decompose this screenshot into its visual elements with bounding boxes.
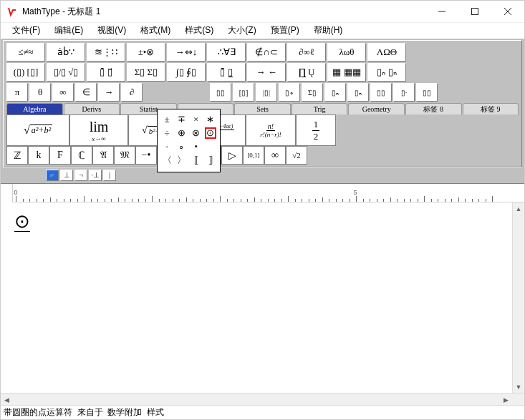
scroll-down-icon[interactable]: ▼ <box>513 381 524 393</box>
ruler-scale[interactable]: 0 5 <box>13 184 524 202</box>
popup-ast[interactable]: ∗ <box>205 114 216 125</box>
maximize-button[interactable] <box>458 1 491 22</box>
menu-file[interactable]: 文件(F) <box>5 23 47 38</box>
op-sqrt2[interactable]: √2 <box>286 146 307 165</box>
tpl-lim[interactable]: lim x→∞ <box>69 114 128 146</box>
menu-view[interactable]: 视图(V) <box>90 23 133 38</box>
palette-integral[interactable]: ∫▯ ∮▯ <box>167 63 206 82</box>
status-bar: 带圆圈的点运算符 来自于 数学附加 样式 <box>1 405 524 419</box>
menu-preset[interactable]: 预置(P) <box>264 23 307 38</box>
palette-arrows[interactable]: →⇔↓ <box>167 43 206 62</box>
palette-operators[interactable]: ±•⊗ <box>127 43 165 62</box>
popup-rangle[interactable]: 〉 <box>175 155 187 166</box>
menu-help[interactable]: 帮助(H) <box>307 23 350 38</box>
sym-infinity[interactable]: ∞ <box>52 83 74 102</box>
sym-theta[interactable]: θ <box>29 83 51 102</box>
popup-otimes[interactable]: ⊗ <box>191 127 202 139</box>
palette-labeled-arrows[interactable]: → ← <box>247 63 286 82</box>
palette-logic[interactable]: ∴∀∃ <box>207 43 246 62</box>
popup-odot[interactable]: ⊙ <box>205 127 216 139</box>
popup-ldbrack[interactable]: ⟦ <box>191 155 202 166</box>
menu-edit[interactable]: 编辑(E) <box>47 23 90 38</box>
tab-geometry[interactable]: Geometry <box>348 103 405 114</box>
popup-pm[interactable]: ± <box>161 114 173 125</box>
popup-times[interactable]: × <box>191 114 202 125</box>
popup-cdot[interactable]: · <box>161 141 173 152</box>
popup-rdbrack[interactable]: ⟧ <box>205 155 216 166</box>
op-f[interactable]: F <box>49 146 71 165</box>
palette-bars[interactable]: ▯̄ ▯⃗ <box>87 63 125 82</box>
minimize-button[interactable] <box>425 1 458 22</box>
palette-fences[interactable]: (▯) [▯] <box>6 63 45 82</box>
tab-algebra[interactable]: Algebra <box>6 103 63 114</box>
sym-partial[interactable]: ∂ <box>121 83 143 102</box>
op-infinity[interactable]: ∞ <box>264 146 286 165</box>
palette-greek-upper[interactable]: ΛΩΘ <box>367 43 406 62</box>
sym-slot9[interactable]: ▯· <box>393 83 415 102</box>
horizontal-scrollbar[interactable]: ◀ ▶ <box>1 393 524 405</box>
tpl-half[interactable]: 12 <box>296 114 336 146</box>
menu-style[interactable]: 样式(S) <box>178 23 221 38</box>
tabstop-right[interactable]: ¬ <box>74 170 87 181</box>
popup-div[interactable]: ÷ <box>161 127 173 139</box>
popup-circ[interactable]: ∘ <box>175 141 187 152</box>
op-triangle-right[interactable]: ▷ <box>221 146 243 165</box>
popup-empty[interactable] <box>205 141 216 152</box>
tabstop-bar[interactable]: | <box>103 170 116 181</box>
tab-derivs[interactable]: Derivs <box>64 103 120 114</box>
tabstop-left[interactable]: ⌐ <box>46 170 59 181</box>
sym-slot5[interactable]: Σ▯ <box>302 83 323 102</box>
palette-products[interactable]: ∏̲ Ų <box>287 63 326 82</box>
op-frak-m[interactable]: 𝔐 <box>114 146 135 165</box>
scroll-left-icon[interactable]: ◀ <box>1 394 13 406</box>
op-interval[interactable]: [0,1] <box>243 146 264 165</box>
op-minus-bullet[interactable]: −• <box>135 146 157 165</box>
tab-9[interactable]: 标签 9 <box>463 103 519 114</box>
sym-slot1[interactable]: ▯▯ <box>210 83 231 102</box>
tab-8[interactable]: 标签 8 <box>405 103 462 114</box>
sym-arrow[interactable]: → <box>98 83 120 102</box>
menu-format[interactable]: 格式(M) <box>133 23 178 38</box>
sym-slot7[interactable]: ▯ₙ <box>347 83 369 102</box>
palette-set[interactable]: ∉∩⊂ <box>247 43 286 62</box>
palette-fraction-radical[interactable]: ▯/▯ √▯ <box>47 63 85 82</box>
op-k[interactable]: k <box>28 146 49 165</box>
sym-slot4[interactable]: ▯∘ <box>279 83 300 102</box>
sym-in[interactable]: ∈ <box>75 83 97 102</box>
sym-slot2[interactable]: [▯] <box>233 83 254 102</box>
scroll-up-icon[interactable]: ▲ <box>513 202 524 215</box>
palette-embellish[interactable]: ȧḃ∵ <box>47 43 85 62</box>
op-frak-a[interactable]: 𝔄 <box>92 146 114 165</box>
popup-bullet[interactable]: • <box>191 141 202 152</box>
popup-langle[interactable]: 〈 <box>161 155 173 166</box>
vertical-scrollbar[interactable]: ▲ ▼ <box>512 202 524 393</box>
palette-spaces[interactable]: ≋⋮∷ <box>87 43 125 62</box>
tab-sets[interactable]: Sets <box>234 103 291 114</box>
popup-oplus[interactable]: ⊕ <box>175 127 187 139</box>
op-z[interactable]: ℤ <box>6 146 28 165</box>
palette-greek-lower[interactable]: λωθ <box>327 43 366 62</box>
sym-slot10[interactable]: ▯▯ <box>416 83 438 102</box>
palette-subscript[interactable]: ▯ₙ ▯ₙ <box>367 63 406 82</box>
op-c[interactable]: ℂ <box>71 146 92 165</box>
titlebar: MathType - 无标题 1 <box>1 1 524 22</box>
sym-pi[interactable]: π <box>6 83 28 102</box>
tpl-sqrt-ab[interactable]: √a²+b² <box>6 114 69 146</box>
tabstop-center[interactable]: ⊥ <box>60 170 73 181</box>
sym-slot3[interactable]: |▯| <box>256 83 277 102</box>
menu-size[interactable]: 大小(Z) <box>221 23 263 38</box>
palette-misc[interactable]: ∂∞ℓ <box>287 43 326 62</box>
tpl-combination[interactable]: n!r!(n−r)! <box>246 114 296 146</box>
close-button[interactable] <box>491 1 524 22</box>
sym-slot6[interactable]: ▯ₙ <box>324 83 346 102</box>
popup-mp[interactable]: ∓ <box>175 114 187 125</box>
scroll-right-icon[interactable]: ▶ <box>500 394 512 406</box>
sym-slot8[interactable]: ▯▯ <box>370 83 392 102</box>
editor-area[interactable]: ⊙ <box>13 202 512 393</box>
palette-sum[interactable]: Σ▯ Σ▯ <box>127 63 165 82</box>
tab-trig[interactable]: Trig <box>292 103 348 114</box>
tabstop-decimal[interactable]: ·⊥ <box>89 170 102 181</box>
palette-matrix[interactable]: ▦ ▦▦ <box>327 63 366 82</box>
palette-relational[interactable]: ≤≠≈ <box>6 43 45 62</box>
palette-underover[interactable]: ▯̄ ▯̲ <box>207 63 246 82</box>
